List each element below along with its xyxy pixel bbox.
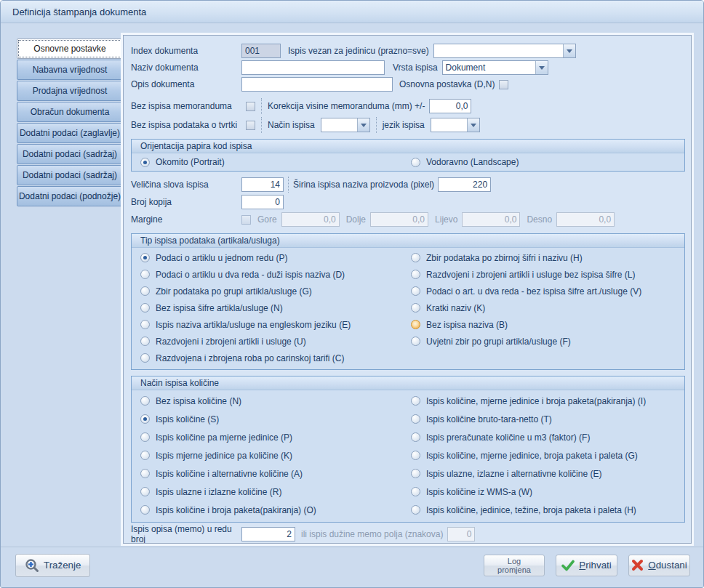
radio-option[interactable]: Kratki naziv (K) [411, 299, 680, 316]
radio-option-label: Podaci o art. u dva reda - bez ispisa ši… [426, 286, 641, 297]
velicina-slova-field[interactable]: 14 [241, 177, 284, 192]
radio-option[interactable]: Razdvojena i zbrojena roba po carinskoj … [140, 350, 411, 366]
radio-icon [411, 320, 420, 329]
radio-option[interactable]: Zbir podataka po grupi artikla/usluge (G… [140, 283, 411, 299]
radio-option[interactable]: Ispis količine, mjerne jedinice, broja p… [411, 446, 680, 464]
broj-kopija-field[interactable]: 0 [241, 195, 284, 209]
sidebar-tab[interactable]: Dodatni podaci (sadržaj) [17, 165, 123, 185]
sidebar-tab[interactable]: Dodatni podaci (podnožje) [17, 186, 123, 206]
dialog-window: Definicija štampanja dokumenta Osnovne p… [0, 0, 704, 588]
trazenje-button[interactable]: Traženje [15, 554, 90, 577]
sirina-ispisa-field[interactable]: 220 [438, 177, 491, 192]
radio-icon [140, 253, 150, 262]
radio-option[interactable]: Ispis ulazne, izlazne i alternativne kol… [411, 464, 680, 483]
radio-icon [411, 303, 420, 313]
margin-field: 0,0 [556, 212, 615, 227]
jezik-ispisa-label: jezik ispisa [383, 120, 425, 130]
radio-icon [140, 303, 150, 313]
radio-icon [411, 432, 420, 442]
radio-icon [140, 414, 150, 424]
radio-icon [411, 337, 420, 346]
korekcija-field[interactable]: 0,0 [429, 99, 471, 113]
radio-option[interactable]: Bez ispisa naziva (B) [411, 316, 680, 333]
radio-option[interactable]: Ispis preračunate količine u m3 (faktor)… [411, 428, 680, 446]
radio-option[interactable]: Ispis količine iz WMS-a (W) [411, 483, 680, 501]
radio-icon [411, 253, 420, 262]
radio-icon [140, 505, 150, 515]
radio-option-label: Bez ispisa naziva (B) [426, 320, 508, 330]
content-panel: Index dokumenta 001 Ispis vezan za jedin… [123, 35, 692, 544]
prihvati-button[interactable]: Prihvati [556, 555, 617, 576]
radio-icon [411, 158, 420, 167]
sidebar-tab[interactable]: Nabavna vrijednost [17, 60, 123, 80]
group-orijentacija-title: Orijentacija papira kod ispisa [132, 140, 684, 153]
naziv-dokumenta-input[interactable] [241, 60, 385, 75]
radio-option-label: Ispis količine i broja paketa(pakiranja)… [156, 505, 316, 515]
radio-option[interactable]: Razdvojeni i zbrojeni artikli i usluge b… [411, 266, 680, 283]
radio-landscape[interactable]: Vodoravno (Landscape) [411, 157, 519, 167]
prihvati-label: Prihvati [579, 560, 611, 571]
radio-landscape-label: Vodoravno (Landscape) [426, 157, 519, 167]
radio-option-label: Ispis količine i alternativne količine (… [156, 469, 303, 479]
divider [261, 117, 262, 133]
radio-option-label: Ispis količine iz WMS-a (W) [426, 487, 532, 497]
broj-kopija-label: Broj kopija [131, 197, 241, 207]
radio-portrait-label: Okomito (Portrait) [156, 157, 225, 167]
dialog-body: Osnovne postavkeNabavna vrijednostProdaj… [1, 23, 703, 587]
row-opis-dokumenta: Opis dokumenta Osnovna postavka (D,N) [131, 76, 685, 92]
nacin-ispisa-label: Način ispisa [268, 120, 315, 130]
index-dokumenta-field[interactable]: 001 [241, 44, 281, 58]
radio-option-label: Podaci o artiklu u dva reda - duži ispis… [156, 270, 345, 280]
bez-tvrtki-checkbox[interactable] [246, 121, 255, 130]
row-broj-kopija: Broj kopija 0 [131, 194, 685, 210]
radio-option[interactable]: Razdvojeni i zbrojeni artikli i usluge (… [140, 333, 411, 350]
nacin-ispisa-dropdown[interactable] [321, 118, 370, 132]
radio-icon [140, 320, 150, 329]
jezik-ispisa-value [431, 118, 467, 132]
radio-option[interactable]: Uvjetni zbir po grupi artikla/usluge (F) [411, 333, 680, 350]
radio-icon [411, 286, 420, 296]
ispis-jedinicu-dropdown[interactable] [433, 44, 576, 58]
log-promjena-label: Log promjena [493, 557, 535, 574]
odustani-button[interactable]: Odustani [628, 555, 690, 576]
osnovna-postavka-checkbox[interactable] [499, 80, 508, 89]
index-dokumenta-label: Index dokumenta [131, 46, 241, 56]
opis-dokumenta-input[interactable] [241, 77, 393, 92]
radio-option[interactable]: Ispis mjerne jedinice pa količine (K) [140, 446, 411, 464]
radio-option[interactable]: Podaci o artiklu u jednom redu (P) [140, 249, 411, 266]
margine-checkbox[interactable] [241, 215, 251, 225]
radio-option[interactable]: Bez ispisa šifre artikla/usluge (N) [140, 299, 411, 316]
sidebar-tab[interactable]: Prodajna vrijednost [17, 81, 123, 101]
radio-option[interactable]: Ispis količine pa mjerne jedinice (P) [140, 428, 411, 446]
radio-option[interactable]: Ispis količine i alternativne količine (… [140, 464, 411, 483]
bez-memoranduma-checkbox[interactable] [246, 102, 255, 111]
radio-option[interactable]: Podaci o artiklu u dva reda - duži ispis… [140, 266, 411, 283]
sidebar-tab[interactable]: Obračun dokumenta [17, 102, 123, 122]
jezik-ispisa-dropdown[interactable] [431, 118, 480, 132]
radio-option[interactable]: Ispis ulazne i izlazne količine (R) [140, 483, 411, 501]
row-bez-memoranduma: Bez ispisa memoranduma Korekcija visine … [131, 98, 685, 114]
radio-option[interactable]: Ispis količine, mjerne jedinice i broja … [411, 392, 680, 410]
radio-icon [140, 469, 150, 478]
radio-option[interactable]: Ispis količine bruto-tara-netto (T) [411, 410, 680, 428]
radio-option[interactable]: Ispis količine, jedinice, težine, broja … [411, 501, 680, 519]
radio-portrait[interactable]: Okomito (Portrait) [140, 157, 411, 167]
radio-option[interactable]: Zbir podataka po zbirnoj šifri i nazivu … [411, 249, 680, 266]
vrsta-ispisa-value: Dokument [443, 61, 535, 74]
radio-option[interactable]: Ispis količine (S) [140, 410, 411, 428]
sidebar-tab[interactable]: Dodatni podaci (zaglavlje) [17, 123, 123, 143]
vrsta-ispisa-dropdown[interactable]: Dokument [442, 60, 548, 75]
sidebar-tab[interactable]: Dodatni podaci (sadržaj) [17, 144, 123, 164]
radio-option[interactable]: Bez ispisa količine (N) [140, 392, 411, 410]
radio-option[interactable]: Podaci o art. u dva reda - bez ispisa ši… [411, 283, 680, 299]
search-plus-icon [25, 558, 39, 573]
nacin-kolicine-right-column: Ispis količine, mjerne jedinice i broja … [411, 392, 680, 519]
margine-fields: Gore0,0Dolje0,0Lijevo0,0Desno0,0 [251, 212, 615, 227]
memo-field[interactable]: 2 [241, 527, 295, 541]
radio-option[interactable]: Ispis količine i broja paketa(pakiranja)… [140, 501, 411, 519]
radio-option[interactable]: Ispis naziva artikla/usluge na engleskom… [140, 316, 411, 333]
log-promjena-button[interactable]: Log promjena [484, 555, 545, 576]
radio-icon [411, 396, 420, 406]
memo-duzina-field: 0 [447, 527, 475, 541]
sidebar-tab[interactable]: Osnovne postavke [17, 39, 123, 59]
